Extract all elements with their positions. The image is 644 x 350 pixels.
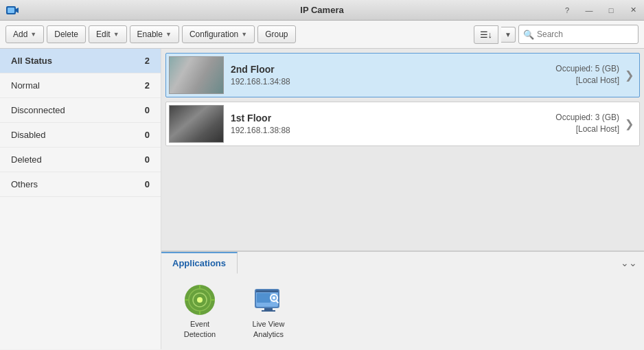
sort-dropdown-arrow[interactable]: ▼	[501, 27, 516, 43]
search-icon: 🔍	[523, 30, 534, 40]
edit-dropdown-arrow: ▼	[113, 31, 119, 38]
svg-rect-13	[256, 290, 278, 292]
app-icon	[5, 3, 19, 17]
camera-name-1: 2nd Floor	[231, 64, 555, 75]
close-button[interactable]: ✕	[622, 0, 644, 21]
camera-item-2nd-floor[interactable]: 2nd Floor 192.168.1.34:88 Occupied: 5 (G…	[165, 53, 640, 97]
camera-thumb-1	[169, 56, 224, 94]
window-controls: ? — □ ✕	[556, 0, 644, 20]
camera-ip-2: 192.168.1.38:88	[231, 126, 555, 135]
app-item-event-detection[interactable]: Event Detection	[172, 280, 227, 342]
event-detection-icon	[183, 283, 216, 316]
applications-collapse-button[interactable]: ⌄⌄	[614, 253, 644, 272]
svg-marker-1	[16, 8, 19, 13]
svg-rect-2	[8, 8, 14, 13]
add-dropdown-arrow: ▼	[30, 31, 36, 38]
configuration-button[interactable]: Configuration ▼	[182, 25, 255, 43]
app-item-live-analytics[interactable]: Live View Analytics	[241, 280, 296, 342]
sidebar-item-others[interactable]: Others 0	[0, 172, 161, 197]
sidebar-item-disabled[interactable]: Disabled 0	[0, 123, 161, 148]
sidebar-item-disconnected[interactable]: Disconnected 0	[0, 98, 161, 123]
sidebar-item-deleted[interactable]: Deleted 0	[0, 148, 161, 172]
event-detection-label: Event Detection	[176, 319, 224, 339]
maximize-button[interactable]: □	[600, 0, 622, 21]
svg-point-16	[273, 296, 275, 299]
svg-rect-14	[257, 293, 271, 303]
enable-button[interactable]: Enable ▼	[130, 25, 179, 43]
minimize-button[interactable]: —	[578, 0, 600, 21]
camera-list: 2nd Floor 192.168.1.34:88 Occupied: 5 (G…	[161, 49, 644, 250]
sidebar-item-normal[interactable]: Normal 2	[0, 73, 161, 98]
help-button[interactable]: ?	[556, 0, 578, 21]
expand-camera-2[interactable]: ❯	[625, 117, 634, 130]
config-dropdown-arrow: ▼	[241, 31, 247, 38]
applications-section: Applications ⌄⌄	[161, 250, 644, 349]
camera-meta-1: Occupied: 5 (GB) [Local Host]	[555, 64, 619, 87]
camera-item-1st-floor[interactable]: 1st Floor 192.168.1.38:88 Occupied: 3 (G…	[165, 102, 640, 146]
live-analytics-label: Live View Analytics	[244, 319, 292, 339]
sidebar: All Status 2 Normal 2 Disconnected 0 Dis…	[0, 49, 161, 349]
add-button[interactable]: Add ▼	[5, 25, 44, 43]
camera-thumb-2	[169, 105, 224, 143]
sort-button[interactable]: ☰↓	[474, 25, 499, 44]
camera-meta-2: Occupied: 3 (GB) [Local Host]	[555, 113, 619, 136]
svg-point-6	[197, 297, 203, 303]
applications-header: Applications ⌄⌄	[161, 252, 644, 273]
svg-rect-18	[264, 308, 273, 310]
group-button[interactable]: Group	[257, 25, 295, 43]
applications-tab[interactable]: Applications	[161, 252, 238, 274]
window-title: IP Camera	[300, 5, 343, 15]
edit-button[interactable]: Edit ▼	[89, 25, 127, 43]
camera-info-1: 2nd Floor 192.168.1.34:88	[231, 64, 555, 86]
svg-rect-19	[262, 310, 275, 312]
sidebar-item-all-status[interactable]: All Status 2	[0, 49, 161, 73]
title-bar: IP Camera ? — □ ✕	[0, 0, 644, 21]
live-analytics-icon	[252, 283, 285, 316]
search-input[interactable]	[537, 30, 634, 39]
toolbar: Add ▼ Delete Edit ▼ Enable ▼ Configurati…	[0, 21, 644, 49]
camera-name-2: 1st Floor	[231, 113, 555, 124]
expand-camera-1[interactable]: ❯	[625, 69, 634, 82]
camera-info-2: 1st Floor 192.168.1.38:88	[231, 113, 555, 135]
applications-tabs: Applications	[161, 252, 238, 273]
search-wrapper: 🔍	[518, 25, 639, 44]
applications-content: Event Detection	[161, 273, 644, 349]
camera-ip-1: 192.168.1.34:88	[231, 77, 555, 86]
delete-button[interactable]: Delete	[47, 25, 86, 43]
content-area: 2nd Floor 192.168.1.34:88 Occupied: 5 (G…	[161, 49, 644, 349]
enable-dropdown-arrow: ▼	[165, 31, 172, 38]
main-layout: All Status 2 Normal 2 Disconnected 0 Dis…	[0, 49, 644, 349]
